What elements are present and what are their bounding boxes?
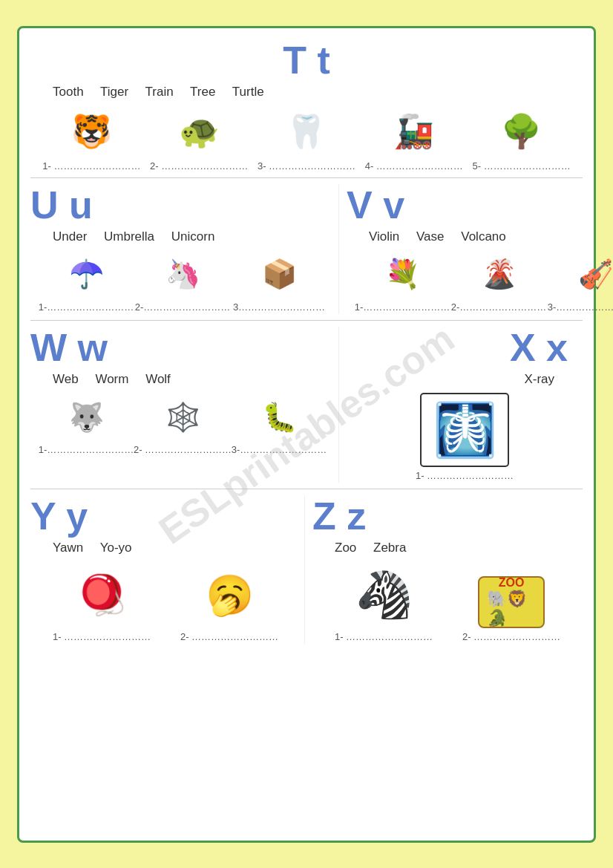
word-yawn: Yawn bbox=[53, 541, 83, 555]
t-fill-3: 3- ……………………… bbox=[258, 160, 355, 172]
v-fill-3: 3-……………………… bbox=[548, 301, 613, 313]
z-item-1: 🦓 1- ……………………… bbox=[335, 561, 432, 642]
train-icon: 🚂 bbox=[384, 105, 444, 157]
t-item-4: 🚂 4- ……………………… bbox=[366, 105, 462, 172]
section-wx: W w Web Worm Wolf 🐺 1-……………………… 🕸️ 2- ……… bbox=[30, 327, 583, 483]
word-unicorn: Unicorn bbox=[171, 229, 215, 244]
violin-icon: 🎻 bbox=[569, 250, 613, 298]
zebra-icon: 🦓 bbox=[354, 561, 413, 628]
word-under: Under bbox=[53, 229, 87, 244]
tiger-icon: 🐯 bbox=[62, 105, 121, 157]
t-fill-4: 4- ……………………… bbox=[365, 160, 463, 172]
y-fill-2: 2- ……………………… bbox=[180, 631, 278, 642]
word-wolf: Wolf bbox=[145, 372, 171, 386]
u-item-2: 🦄 2-……………………… bbox=[134, 250, 231, 313]
v-heading: V v bbox=[347, 184, 613, 226]
word-tree: Tree bbox=[190, 85, 215, 99]
z-words: Zoo Zebra bbox=[312, 541, 583, 555]
t-images-row: 🐯 1- ……………………… 🐢 2- ……………………… 🦷 3- ……………… bbox=[30, 105, 583, 172]
section-yz: Y y Yawn Yo-yo 🪀 1- ……………………… 🥱 2- ……………… bbox=[30, 495, 583, 644]
zoo-sign: ZOO 🐘🦁🐊 bbox=[478, 576, 545, 628]
section-v: V v Violin Vase Volcano 💐 1-……………………… 🌋 … bbox=[339, 184, 613, 314]
word-train: Train bbox=[145, 85, 174, 99]
v-images-row: 💐 1-……………………… 🌋 2-……………………… 🎻 3-……………………… bbox=[347, 250, 613, 313]
y-heading: Y y bbox=[30, 495, 301, 538]
x-words: X-ray bbox=[347, 372, 583, 387]
v-item-1: 💐 1-……………………… bbox=[354, 250, 450, 313]
v-item-2: 🌋 2-……………………… bbox=[450, 250, 547, 313]
yoyo-icon: 🪀 bbox=[72, 561, 131, 628]
w-images-row: 🐺 1-……………………… 🕸️ 2- ……………………… 🐛 3-………………… bbox=[30, 393, 335, 455]
w-item-1: 🐺 1-……………………… bbox=[38, 393, 134, 455]
w-words: Web Worm Wolf bbox=[30, 372, 335, 387]
word-tiger: Tiger bbox=[100, 85, 128, 99]
v-fill-2: 2-……………………… bbox=[451, 301, 547, 313]
divider-3 bbox=[30, 489, 583, 489]
section-y: Y y Yawn Yo-yo 🪀 1- ……………………… 🥱 2- ……………… bbox=[30, 495, 305, 644]
word-zoo: Zoo bbox=[335, 541, 356, 555]
word-web: Web bbox=[53, 372, 79, 386]
v-item-3: 🎻 3-……………………… bbox=[547, 250, 613, 313]
section-w: W w Web Worm Wolf 🐺 1-……………………… 🕸️ 2- ……… bbox=[30, 327, 339, 483]
u-item-1: ☂️ 1-……………………… bbox=[38, 250, 134, 313]
u-heading: U u bbox=[30, 184, 335, 226]
word-xray: X-ray bbox=[524, 372, 554, 386]
z-fill-2: 2- ……………………… bbox=[462, 631, 560, 642]
section-z: Z z Zoo Zebra 🦓 1- ……………………… ZOO 🐘🦁🐊 2- … bbox=[305, 495, 583, 644]
t-item-2: 🐢 2- ……………………… bbox=[151, 105, 247, 172]
t-fill-2: 2- ……………………… bbox=[150, 160, 248, 172]
umbrella-icon: ☂️ bbox=[60, 250, 112, 298]
tooth-icon: 🦷 bbox=[277, 105, 336, 157]
t-words: Tooth Tiger Train Tree Turtle bbox=[30, 85, 583, 99]
zoo-text: ZOO bbox=[499, 576, 525, 590]
t-item-1: 🐯 1- ……………………… bbox=[43, 105, 140, 172]
v-fill-1: 1-……………………… bbox=[355, 301, 450, 313]
v-words: Violin Vase Volcano bbox=[347, 229, 613, 244]
x-fill-1: 1- ……………………… bbox=[416, 470, 514, 481]
section-uv: U u Under Umbrella Unicorn ☂️ 1-……………………… bbox=[30, 184, 583, 314]
t-item-3: 🦷 3- ……………………… bbox=[258, 105, 355, 172]
z-item-2: ZOO 🐘🦁🐊 2- ……………………… bbox=[463, 576, 560, 642]
u-fill-3: 3……………………… bbox=[233, 301, 325, 313]
divider-2 bbox=[30, 320, 583, 321]
word-zebra: Zebra bbox=[373, 541, 406, 555]
y-images-row: 🪀 1- ……………………… 🥱 2- ……………………… bbox=[30, 561, 301, 642]
x-images-row: 🩻 1- ……………………… bbox=[347, 393, 583, 481]
volcano-icon: 🌋 bbox=[473, 250, 525, 298]
x-heading: X x bbox=[347, 327, 583, 369]
t-fill-1: 1- ……………………… bbox=[42, 160, 140, 172]
y-item-2: 🥱 2- ……………………… bbox=[181, 561, 278, 642]
u-fill-1: 1-……………………… bbox=[39, 301, 134, 313]
y-item-1: 🪀 1- ……………………… bbox=[53, 561, 150, 642]
y-words: Yawn Yo-yo bbox=[30, 541, 301, 555]
w-item-2: 🕸️ 2- ……………………… bbox=[134, 393, 231, 455]
zoo-animals-icons: 🐘🦁🐊 bbox=[487, 590, 536, 628]
under-box-icon: 📦 bbox=[253, 250, 305, 298]
w-fill-2: 2- ……………………… bbox=[134, 444, 232, 455]
w-item-3: 🐛 3-……………………… bbox=[231, 393, 327, 455]
t-heading: T t bbox=[30, 39, 583, 82]
u-fill-2: 2-……………………… bbox=[135, 301, 231, 313]
word-worm: Worm bbox=[95, 372, 128, 386]
z-heading: Z z bbox=[312, 495, 583, 538]
word-umbrella: Umbrella bbox=[104, 229, 154, 244]
y-fill-1: 1- ……………………… bbox=[53, 631, 151, 642]
vase-icon: 💐 bbox=[376, 250, 428, 298]
w-heading: W w bbox=[30, 327, 335, 369]
wolf-icon: 🐺 bbox=[60, 393, 112, 441]
u-item-3: 📦 3……………………… bbox=[231, 250, 327, 313]
z-fill-1: 1- ……………………… bbox=[335, 631, 433, 642]
section-x: X x X-ray 🩻 1- ……………………… bbox=[339, 327, 583, 483]
main-page: ESLprintables.com T t Tooth Tiger Train … bbox=[17, 26, 596, 843]
x-item-1: 🩻 1- ……………………… bbox=[416, 393, 513, 481]
section-t: T t Tooth Tiger Train Tree Turtle 🐯 1- …… bbox=[30, 39, 583, 172]
u-words: Under Umbrella Unicorn bbox=[30, 229, 335, 244]
xray-icon: 🩻 bbox=[420, 393, 509, 467]
unicorn-icon: 🦄 bbox=[157, 250, 209, 298]
u-images-row: ☂️ 1-……………………… 🦄 2-……………………… 📦 3……………………… bbox=[30, 250, 335, 313]
word-vase: Vase bbox=[416, 229, 445, 244]
turtle-icon: 🐢 bbox=[169, 105, 229, 157]
w-fill-3: 3-……………………… bbox=[232, 444, 327, 455]
t-item-5: 🌳 5- ……………………… bbox=[473, 105, 570, 172]
word-tooth: Tooth bbox=[53, 85, 84, 99]
